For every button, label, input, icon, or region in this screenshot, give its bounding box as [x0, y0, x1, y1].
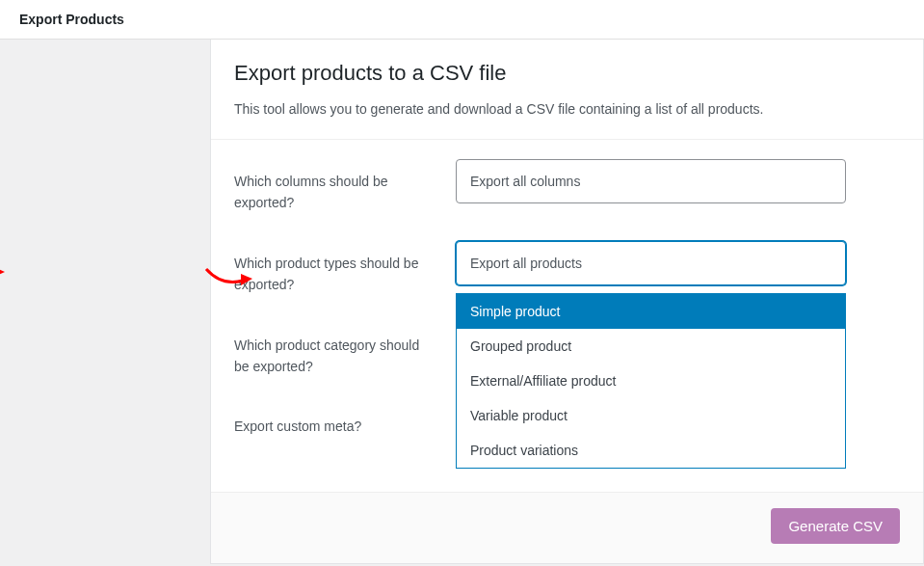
row-columns: Which columns should be exported? Export…	[234, 159, 900, 214]
select-columns[interactable]: Export all columns	[456, 159, 846, 203]
footer-section: Generate CSV	[211, 492, 923, 563]
select-types[interactable]: Export all products	[456, 241, 846, 285]
select-columns-placeholder: Export all columns	[470, 174, 580, 189]
row-types: Which product types should be exported? …	[234, 241, 900, 296]
generate-csv-button[interactable]: Generate CSV	[771, 508, 900, 544]
label-columns: Which columns should be exported?	[234, 159, 456, 214]
top-bar: Export Products	[0, 0, 924, 40]
form-section: Which columns should be exported? Export…	[211, 140, 923, 492]
dropdown-types: Simple product Grouped product External/…	[456, 293, 846, 469]
label-meta: Export custom meta?	[234, 404, 456, 437]
label-category: Which product category should be exporte…	[234, 323, 456, 378]
export-panel: Export products to a CSV file This tool …	[210, 40, 924, 564]
page-title: Export Products	[19, 12, 905, 27]
control-types: Export all products Simple product Group…	[456, 241, 900, 285]
dropdown-item-external-product[interactable]: External/Affiliate product	[457, 364, 845, 398]
dropdown-item-grouped-product[interactable]: Grouped product	[457, 329, 845, 364]
panel-title: Export products to a CSV file	[234, 61, 900, 86]
dropdown-item-product-variations[interactable]: Product variations	[457, 433, 845, 468]
arrow-annotation-left	[0, 265, 5, 279]
panel-description: This tool allows you to generate and dow…	[234, 99, 900, 120]
svg-marker-1	[0, 267, 5, 277]
label-types: Which product types should be exported?	[234, 241, 456, 296]
panel-header: Export products to a CSV file This tool …	[211, 40, 923, 139]
dropdown-item-variable-product[interactable]: Variable product	[457, 398, 845, 433]
dropdown-item-simple-product[interactable]: Simple product	[457, 294, 845, 329]
control-columns: Export all columns	[456, 159, 900, 203]
select-types-placeholder: Export all products	[470, 256, 582, 271]
main-area: Export products to a CSV file This tool …	[0, 40, 924, 564]
